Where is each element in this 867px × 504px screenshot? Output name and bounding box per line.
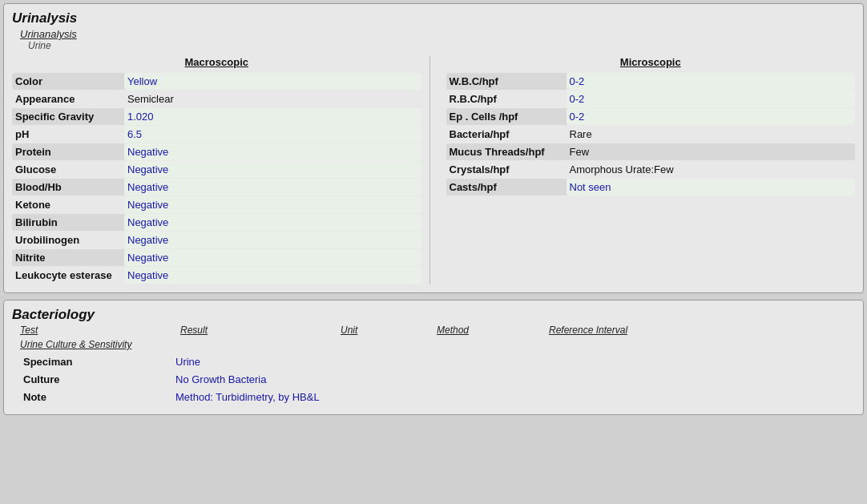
macro-value-7: Negative — [124, 196, 421, 213]
macro-value-1: Semiclear — [124, 91, 421, 107]
macro-label-1: Appearance — [12, 91, 124, 107]
macro-row-6: Blood/Hb Negative — [12, 179, 421, 196]
macro-label-9: Urobilinogen — [12, 232, 124, 248]
macro-label-6: Blood/Hb — [12, 179, 124, 196]
micro-value-3: Rare — [567, 126, 856, 143]
macro-label-0: Color — [12, 73, 124, 90]
macro-value-10: Negative — [124, 249, 421, 266]
macro-row-10: Nitrite Negative — [12, 249, 421, 266]
bact-label-2: Note — [20, 389, 172, 405]
bact-row-0: Speciman Urine — [20, 353, 855, 370]
macro-row-11: Leukocyte esterase Negative — [12, 267, 421, 284]
macro-value-8: Negative — [124, 214, 421, 231]
macro-value-2: 1.020 — [124, 108, 421, 125]
bact-row-2: Note Method: Turbidimetry, by HB&L — [20, 389, 855, 405]
bact-label-0: Speciman — [20, 353, 172, 370]
macro-label-10: Nitrite — [12, 249, 124, 266]
bacteriology-title: Bacteriology — [12, 307, 855, 323]
macro-label-5: Glucose — [12, 161, 124, 178]
macro-row-1: Appearance Semiclear — [12, 91, 421, 107]
macro-value-4: Negative — [124, 143, 421, 160]
macro-value-5: Negative — [124, 161, 421, 178]
bact-headers: Test Result Unit Method Reference Interv… — [20, 325, 855, 336]
macro-row-9: Urobilinogen Negative — [12, 232, 421, 248]
urinalysis-section: Urinalysis Urinanalysis Urine Macroscopi… — [3, 3, 864, 293]
bacteriology-section: Bacteriology Test Result Unit Method Ref… — [3, 300, 864, 415]
micro-value-0: 0-2 — [567, 73, 856, 90]
macro-label-8: Bilirubin — [12, 214, 124, 231]
macroscopic-section: Macroscopic Color Yellow Appearance Semi… — [12, 56, 430, 284]
macro-row-8: Bilirubin Negative — [12, 214, 421, 231]
bact-header-test: Test — [20, 325, 180, 336]
macro-label-4: Protein — [12, 143, 124, 160]
micro-label-2: Ep . Cells /hpf — [446, 108, 567, 125]
macro-row-3: pH 6.5 — [12, 126, 421, 143]
macro-label-2: Specific Gravity — [12, 108, 124, 125]
macro-row-7: Ketone Negative — [12, 196, 421, 213]
bact-value-1: No Growth Bacteria — [172, 371, 269, 388]
bact-subtitle: Urine Culture & Sensitivity — [20, 339, 855, 350]
bact-header-ref: Reference Interval — [549, 325, 709, 336]
bact-value-2: Method: Turbidimetry, by HB&L — [172, 389, 323, 405]
bact-row-1: Culture No Growth Bacteria — [20, 371, 855, 388]
micro-row-5: Crystals/hpf Amorphous Urate:Few — [446, 161, 856, 178]
macro-label-7: Ketone — [12, 196, 124, 213]
micro-label-6: Casts/hpf — [446, 179, 567, 196]
microscopic-section: Microscopic W.B.C/hpf 0-2 R.B.C/hpf 0-2 … — [430, 56, 856, 284]
bact-value-0: Urine — [172, 353, 204, 370]
page-wrapper: Urinalysis Urinanalysis Urine Macroscopi… — [0, 0, 867, 504]
microscopic-header: Microscopic — [446, 56, 856, 68]
micro-value-4: Few — [567, 143, 856, 160]
micro-value-2: 0-2 — [567, 108, 856, 125]
macro-value-11: Negative — [124, 267, 421, 284]
micro-label-1: R.B.C/hpf — [446, 91, 567, 107]
macro-label-11: Leukocyte esterase — [12, 267, 124, 284]
bact-label-1: Culture — [20, 371, 172, 388]
micro-label-5: Crystals/hpf — [446, 161, 567, 178]
bact-header-method: Method — [437, 325, 549, 336]
micro-row-6: Casts/hpf Not seen — [446, 179, 856, 196]
micro-row-1: R.B.C/hpf 0-2 — [446, 91, 856, 107]
urinalysis-title: Urinalysis — [12, 10, 855, 26]
micro-value-6: Not seen — [567, 179, 856, 196]
macro-row-5: Glucose Negative — [12, 161, 421, 178]
macro-label-3: pH — [12, 126, 124, 143]
macro-value-0: Yellow — [124, 73, 421, 90]
micro-row-3: Bacteria/hpf Rare — [446, 126, 856, 143]
bact-header-unit: Unit — [341, 325, 437, 336]
macro-value-9: Negative — [124, 232, 421, 248]
urinalysis-subtitle: Urinanalysis — [20, 28, 855, 40]
urinalysis-subsubtitle: Urine — [28, 40, 855, 51]
micro-label-3: Bacteria/hpf — [446, 126, 567, 143]
macro-row-0: Color Yellow — [12, 73, 421, 90]
micro-value-1: 0-2 — [567, 91, 856, 107]
micro-label-4: Mucus Threads/hpf — [446, 143, 567, 160]
macro-row-4: Protein Negative — [12, 143, 421, 160]
macro-value-3: 6.5 — [124, 126, 421, 143]
micro-row-2: Ep . Cells /hpf 0-2 — [446, 108, 856, 125]
bact-header-result: Result — [180, 325, 341, 336]
macro-row-2: Specific Gravity 1.020 — [12, 108, 421, 125]
micro-value-5: Amorphous Urate:Few — [567, 161, 856, 178]
micro-label-0: W.B.C/hpf — [446, 73, 567, 90]
macro-value-6: Negative — [124, 179, 421, 196]
macroscopic-header: Macroscopic — [12, 56, 421, 68]
micro-row-0: W.B.C/hpf 0-2 — [446, 73, 856, 90]
urinalysis-grid: Macroscopic Color Yellow Appearance Semi… — [12, 56, 855, 284]
micro-row-4: Mucus Threads/hpf Few — [446, 143, 856, 160]
